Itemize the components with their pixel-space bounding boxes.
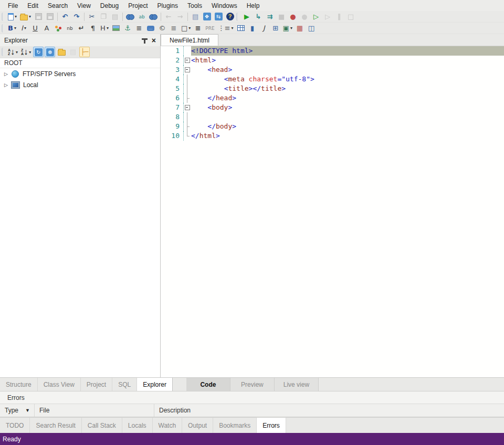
toolbar-grip[interactable] bbox=[2, 24, 5, 33]
view-tab-preview[interactable]: Preview bbox=[230, 378, 275, 391]
code-line[interactable]: 2<html> bbox=[161, 56, 504, 65]
italic-button[interactable]: I▾ bbox=[18, 23, 29, 34]
pin-icon[interactable] bbox=[144, 38, 145, 44]
tab-explorer[interactable]: Explorer bbox=[137, 378, 173, 391]
find-button[interactable] bbox=[125, 12, 135, 22]
step-into-button[interactable]: ↳ bbox=[253, 12, 264, 22]
column-header-type[interactable]: Type▼ bbox=[0, 404, 35, 417]
code-line[interactable]: 7 <body> bbox=[161, 103, 504, 112]
insert-div-button[interactable]: □▾ bbox=[180, 23, 192, 34]
close-icon[interactable]: × bbox=[152, 37, 156, 44]
font-button[interactable]: A bbox=[41, 23, 52, 34]
underline-button[interactable]: U bbox=[30, 23, 40, 34]
column-header-file[interactable]: File bbox=[35, 404, 154, 417]
heading-button[interactable]: H▾ bbox=[99, 23, 110, 34]
sort-arrow-icon[interactable]: ▼ bbox=[25, 408, 30, 413]
dropdown-arrow-icon[interactable]: ▾ bbox=[14, 26, 16, 30]
tab-sql[interactable]: SQL bbox=[112, 378, 137, 391]
insert-script-button[interactable]: J bbox=[259, 23, 269, 34]
open-file-button[interactable]: ▾ bbox=[19, 12, 32, 22]
fold-marker-icon[interactable] bbox=[184, 56, 191, 65]
horizontal-rule-button[interactable]: ≡ bbox=[134, 23, 144, 34]
line-break-button[interactable]: ↵ bbox=[76, 23, 87, 34]
sync-folder-button[interactable] bbox=[56, 47, 67, 57]
format-paragraph-button[interactable]: ≡ bbox=[193, 23, 203, 34]
sort-descending-button[interactable]: ZA↓▾ bbox=[20, 47, 32, 57]
refresh-button[interactable]: ↻ bbox=[33, 47, 44, 57]
new-file-button[interactable]: ▾ bbox=[7, 12, 18, 22]
insert-table-button[interactable] bbox=[236, 23, 246, 34]
insert-anchor-button[interactable]: ⚓ bbox=[122, 23, 133, 34]
sort-ascending-button[interactable]: AZ↓▾ bbox=[7, 47, 19, 57]
menu-item-project[interactable]: Project bbox=[123, 1, 152, 10]
code-line[interactable]: 9 </body> bbox=[161, 122, 504, 131]
nbsp-button[interactable]: nb bbox=[65, 23, 75, 34]
toggle-breakpoint-button[interactable]: ● bbox=[288, 12, 298, 22]
menu-item-edit[interactable]: Edit bbox=[23, 1, 43, 10]
code-line[interactable]: 8 bbox=[161, 112, 504, 122]
output-tab-output[interactable]: Output bbox=[182, 418, 213, 433]
step-over-button[interactable]: ⇉ bbox=[265, 12, 275, 22]
run-without-debug-button[interactable]: ▷ bbox=[311, 12, 321, 22]
fold-marker-icon[interactable] bbox=[184, 65, 191, 75]
tab-class-view[interactable]: Class View bbox=[38, 378, 81, 391]
column-header-description[interactable]: Description bbox=[154, 404, 504, 417]
dropdown-arrow-icon[interactable]: ▾ bbox=[107, 26, 109, 30]
code-editor[interactable]: 1<!DOCTYPE html>2<html>3 <head>4 <meta c… bbox=[161, 46, 504, 377]
output-tab-bookmarks[interactable]: Bookmarks bbox=[213, 418, 257, 433]
publish-button[interactable]: ⇆ bbox=[213, 12, 224, 22]
redo-button[interactable]: ↷ bbox=[71, 12, 82, 22]
output-tab-watch[interactable]: Watch bbox=[153, 418, 183, 433]
run-debug-button[interactable]: ▶ bbox=[242, 12, 252, 22]
preformatted-button[interactable]: PRE bbox=[204, 23, 215, 34]
output-tab-errors[interactable]: Errors bbox=[257, 418, 286, 433]
sitemap-button[interactable]: ❖ bbox=[202, 12, 212, 22]
insert-list-button[interactable]: ⋮≡▾ bbox=[217, 23, 235, 34]
insert-input-button[interactable]: ▣▾ bbox=[282, 23, 293, 34]
insert-column-button[interactable]: ▮ bbox=[247, 23, 258, 34]
expand-arrow-icon[interactable]: ▷ bbox=[4, 82, 12, 88]
dropdown-arrow-icon[interactable]: ▾ bbox=[15, 14, 17, 19]
dropdown-arrow-icon[interactable]: ▾ bbox=[16, 50, 18, 55]
insert-form-button[interactable]: ⊞ bbox=[270, 23, 281, 34]
dropdown-arrow-icon[interactable]: ▾ bbox=[232, 26, 234, 30]
settings-button[interactable]: ☸ bbox=[45, 47, 55, 57]
code-line[interactable]: 10</html> bbox=[161, 131, 504, 141]
code-line[interactable]: 6 </head> bbox=[161, 93, 504, 103]
dropdown-arrow-icon[interactable]: ▾ bbox=[290, 26, 292, 30]
dropdown-arrow-icon[interactable]: ▾ bbox=[29, 50, 31, 55]
tab-project[interactable]: Project bbox=[81, 378, 112, 391]
insert-image-button[interactable] bbox=[111, 23, 121, 34]
menu-item-search[interactable]: Search bbox=[43, 1, 72, 10]
code-line[interactable]: 3 <head> bbox=[161, 65, 504, 75]
font-color-button[interactable] bbox=[53, 23, 64, 34]
code-line[interactable]: 1<!DOCTYPE html> bbox=[161, 46, 504, 56]
paragraph-button[interactable]: ¶ bbox=[88, 23, 98, 34]
menu-item-tools[interactable]: Tools bbox=[183, 1, 207, 10]
tree-view-button[interactable]: ├─ bbox=[79, 47, 90, 57]
tab-structure[interactable]: Structure bbox=[0, 378, 38, 391]
code-line[interactable]: 4 <meta charset="utf-8"> bbox=[161, 75, 504, 84]
code-line[interactable]: 5 <title></title> bbox=[161, 84, 504, 93]
tree-item-local[interactable]: ▷Local bbox=[0, 79, 160, 90]
replace-button[interactable]: ab bbox=[136, 12, 147, 22]
bold-button[interactable]: B▾ bbox=[7, 23, 17, 34]
output-tab-todo[interactable]: TODO bbox=[0, 418, 30, 433]
menu-item-file[interactable]: File bbox=[3, 1, 23, 10]
dropdown-arrow-icon[interactable]: ▾ bbox=[24, 26, 26, 30]
menu-item-view[interactable]: View bbox=[72, 1, 96, 10]
insert-comment-button[interactable]: … bbox=[145, 23, 156, 34]
menu-item-windows[interactable]: Windows bbox=[207, 1, 242, 10]
menu-item-help[interactable]: Help bbox=[242, 1, 265, 10]
find-in-files-button[interactable] bbox=[148, 12, 159, 22]
help-button[interactable]: ? bbox=[225, 12, 235, 22]
special-char-button[interactable]: © bbox=[157, 23, 167, 34]
output-tab-locals[interactable]: Locals bbox=[122, 418, 153, 433]
output-tab-search-result[interactable]: Search Result bbox=[30, 418, 81, 433]
expand-arrow-icon[interactable]: ▷ bbox=[4, 71, 12, 77]
dropdown-arrow-icon[interactable]: ▾ bbox=[29, 14, 31, 19]
output-tab-call-stack[interactable]: Call Stack bbox=[82, 418, 122, 433]
fold-marker-icon[interactable] bbox=[184, 103, 191, 112]
dropdown-arrow-icon[interactable]: ▾ bbox=[188, 26, 191, 30]
code-validator-button[interactable]: ▤ bbox=[190, 12, 201, 22]
